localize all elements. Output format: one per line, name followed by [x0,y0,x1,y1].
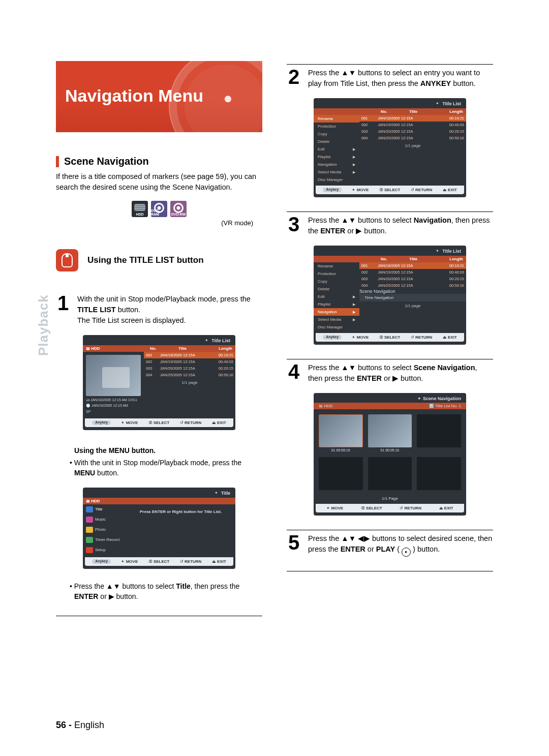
screenshot-menu: ✦Title 🖭 HDD Title Music Photo Timer Rec… [83,488,235,569]
menu-bullet-1: With the unit in Stop mode/Playback mode… [56,458,262,478]
scene-cell-3[interactable] [417,414,461,452]
step-title-title-list: Using the TITLE LIST button [87,255,204,265]
popup-navigation-2[interactable]: Navigation▶ [314,308,359,316]
step-5-text: Press the ▲▼ ◀▶ buttons to select desire… [308,533,493,557]
popup-disc-manager[interactable]: Disc Manager [314,176,359,184]
ss-foot-exit: EXIT [217,420,226,425]
menu-item-music[interactable]: Music [83,515,135,525]
subnav-time[interactable]: Time Navigation [359,294,466,301]
ss-scene-crumb: Title List No. 1 [435,404,461,408]
disc-hdd-label: HDD [136,213,143,216]
divider [287,211,493,212]
scene-cell-5[interactable] [368,457,412,490]
popup-navigation[interactable]: Navigation▶ [314,161,359,168]
banner-title: Navigation Menu [65,86,203,106]
popup-playlist[interactable]: Playlist▶ [314,153,359,161]
ss-footer: Anykey ✦ MOVE ⦿ SELECT ↺ RETURN ⏏ EXIT [85,418,233,427]
step-number-4: 4 [287,362,301,381]
divider-bottom [287,571,493,571]
ss-col-length: Length [203,346,232,351]
ss-scene-hdd: HDD [324,404,332,408]
ss-row-3[interactable]: 003JAN/20/2005 12:15A00:20:15 [144,365,235,372]
popup-copy[interactable]: Copy [314,130,359,138]
menu-item-title[interactable]: Title [83,504,135,515]
menu-bullet-2: Press the ▲▼ buttons to select Title, th… [56,581,262,602]
step-5: 5 Press the ▲▼ ◀▶ buttons to select desi… [287,533,493,557]
popup-delete-2[interactable]: Delete [314,285,359,293]
popup-playlist-2[interactable]: Playlist▶ [314,300,359,308]
ss-row-2b[interactable]: 002JAN/19/2005 12:15A00:40:03 [359,122,466,128]
banner-navigation-menu: Navigation Menu [56,61,262,132]
popup-edit-2[interactable]: Edit▶ [314,293,359,300]
ss-meta1: 🗂 JAN/18/2005 12:15 AM CH11 [86,398,141,402]
photo-icon [86,527,93,533]
ss-menu-footer: Anykey ✦ MOVE ⦿ SELECT ↺ RETURN ⏏ EXIT [85,557,233,566]
step-number-3: 3 [287,215,301,233]
menu-item-setup[interactable]: Setup [83,545,135,555]
menu-item-timer-record[interactable]: Timer Record [83,535,135,545]
vr-mode-note: (VR mode) [56,219,253,227]
step-number-2: 2 [287,68,301,86]
section-marker-icon [56,156,59,167]
ss-row-2[interactable]: 002JAN/19/2005 12:15A00:40:03 [144,358,235,365]
ss-col-title: Title [162,346,203,351]
screenshot-popup-2: ✦Title List No.TitleLength Rename Protec… [314,246,466,345]
section-divider [56,616,262,616]
ss-page: 1/1 page [359,141,466,150]
step-4-text: Press the ▲▼ buttons to select Scene Nav… [308,362,493,384]
ss-col-no: No. [144,346,162,351]
step-4: 4 Press the ▲▼ buttons to select Scene N… [287,362,493,384]
play-icon: ▸ [402,548,411,557]
ss-foot-return: RETURN [185,420,201,425]
title-icon [86,506,93,512]
subnav-scene[interactable]: Scene Navigation [359,289,466,294]
popup-disc-manager-2[interactable]: Disc Manager [314,323,359,331]
ss-row-3b[interactable]: 003JAN/20/2005 12:15A00:20:15 [359,128,466,135]
popup-rename-2[interactable]: Rename [314,262,359,270]
ss-row-4[interactable]: 004JAN/25/2005 12:15A00:50:16 [144,372,235,378]
screenshot-scene-nav: ✦ Scene Navigation 🖭 HDD🔙 Title List No.… [314,393,466,516]
side-tab-playback: Playback [36,294,51,356]
anykey-badge: Anykey [92,559,111,564]
scene-cell-6[interactable] [417,457,461,490]
popup-rename[interactable]: Rename [314,115,359,123]
ss-page-indicator: 1/1 page [144,378,235,387]
popup-select-media-2[interactable]: Select Media▶ [314,316,359,323]
music-icon [86,517,93,523]
scene-cell-1[interactable]: 01 00:00:16 [319,414,363,452]
menu-item-photo[interactable]: Photo [83,525,135,535]
ss-row-1b[interactable]: 001JAN/18/2005 12:15A00:10:21 [359,115,466,122]
popup-select-media[interactable]: Select Media▶ [314,168,359,176]
section-title-scene-navigation: Scene Navigation [64,156,149,167]
disc-ram-label: DVD-RAM [151,209,167,216]
ss-thumbnail [86,355,141,396]
ss-meta2: 🕘 JAN/18/2005 12:15 AM [86,404,141,408]
ss-row-4b[interactable]: 004JAN/25/2005 12:15A00:50:16 [359,135,466,141]
disc-dvd-rw-icon: DVD-RW [170,201,187,217]
menu-hint: Press ENTER or Right button for Title Li… [135,504,235,555]
disc-hdd-icon: HDD [132,201,148,217]
step-3: 3 Press the ▲▼ buttons to select Navigat… [287,215,493,236]
ss-row-1[interactable]: 001JAN/18/2005 12:15A00:10:21 [144,352,235,358]
disc-type-row: HDD DVD-RAM DVD-RW [56,201,262,217]
popup-edit[interactable]: Edit▶ [314,145,359,153]
step-2-text: Press the ▲▼ buttons to select an entry … [308,68,493,89]
popup-copy-2[interactable]: Copy [314,278,359,285]
divider [287,530,493,530]
scene-nav-intro: If there is a title composed of markers … [56,171,262,193]
remote-control-icon [56,249,78,271]
popup-delete[interactable]: Delete [314,138,359,145]
step-number-5: 5 [287,533,301,552]
scene-cell-4[interactable] [319,457,363,490]
scene-page: 1/1 Page [314,495,466,502]
popup-protection-2[interactable]: Protection [314,270,359,278]
ss-title: Title List [211,338,230,343]
popup-protection[interactable]: Protection [314,123,359,130]
anykey-badge: Anykey [92,420,111,425]
disc-dvd-ram-icon: DVD-RAM [151,201,167,217]
step-3-text: Press the ▲▼ buttons to select Navigatio… [308,215,493,236]
scene-cell-2[interactable]: 01 00:05:16 [368,414,412,452]
ss-meta3: SP [86,410,141,413]
section-divider-top [287,64,493,65]
ss-scene-title: Scene Navigation [423,396,461,401]
